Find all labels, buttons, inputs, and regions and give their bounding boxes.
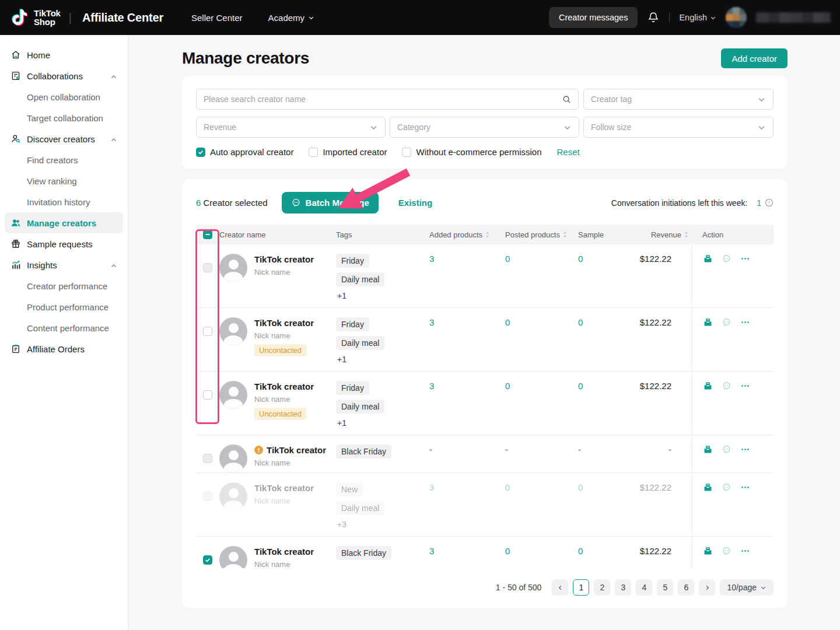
column-header-added[interactable]: Added products (429, 230, 505, 239)
more-tags[interactable]: +1 (336, 291, 346, 300)
chat-bubble-icon[interactable] (722, 381, 732, 391)
row-checkbox[interactable] (203, 454, 212, 463)
page-button-2[interactable]: 2 (594, 579, 610, 596)
revenue-value: $122.22 (631, 244, 692, 264)
checkbox[interactable] (309, 148, 318, 157)
add-creator-button[interactable]: Add creator (721, 48, 788, 68)
chat-bubble-icon[interactable] (722, 317, 732, 327)
more-actions-icon[interactable] (740, 482, 750, 492)
more-actions-icon[interactable] (740, 444, 750, 454)
next-page-button[interactable] (699, 579, 715, 596)
more-actions-icon[interactable] (740, 317, 750, 327)
nav-seller-center[interactable]: Seller Center (191, 13, 243, 23)
invite-message-icon[interactable] (703, 444, 713, 454)
filter-checkbox-imported-creator[interactable]: Imported creator (309, 147, 387, 157)
row-checkbox[interactable] (203, 263, 212, 272)
chat-bubble-icon[interactable] (722, 444, 732, 454)
revenue-select[interactable]: Revenue (196, 117, 386, 138)
sidebar-item-view-ranking[interactable]: View ranking (5, 170, 123, 191)
sidebar-item-creator-performance[interactable]: Creator performance (5, 275, 123, 296)
page-size-select[interactable]: 10/page (720, 579, 774, 596)
checkbox[interactable] (402, 148, 411, 157)
uncontacted-badge: Uncontacted (254, 344, 306, 356)
chat-bubble-icon[interactable] (722, 254, 732, 264)
user-avatar[interactable] (726, 7, 747, 28)
chat-bubble-icon[interactable] (722, 482, 732, 492)
column-header-name: Creator name (219, 230, 336, 239)
creator-name[interactable]: !TikTok creator (254, 445, 326, 455)
sidebar-item-invitation-history[interactable]: Invitation history (5, 191, 123, 212)
chevron-up-icon[interactable] (110, 135, 117, 142)
follow-size-select[interactable]: Follow size (583, 117, 774, 138)
invite-message-icon[interactable] (703, 546, 713, 556)
page-button-6[interactable]: 6 (678, 579, 694, 596)
page-button-5[interactable]: 5 (657, 579, 673, 596)
page-button-3[interactable]: 3 (615, 579, 631, 596)
prev-page-button[interactable] (552, 579, 568, 596)
page-button-4[interactable]: 4 (636, 579, 652, 596)
sidebar-item-product-performance[interactable]: Product performance (5, 296, 123, 317)
sidebar-item-discover-creators[interactable]: Discover creators (5, 128, 123, 149)
filter-checkbox-auto-approval-creator[interactable]: Auto approval creator (196, 147, 293, 157)
invite-message-icon[interactable] (703, 254, 713, 264)
row-checkbox[interactable] (203, 390, 212, 400)
sidebar-item-open-collaboration[interactable]: Open collaboration (5, 86, 123, 107)
creator-tag-select[interactable]: Creator tag (583, 89, 774, 110)
filter-checkbox-without-e-commerce-permission[interactable]: Without e-commerce permission (402, 147, 541, 157)
chevron-up-icon[interactable] (110, 72, 117, 79)
row-checkbox[interactable] (203, 492, 212, 501)
existing-tab[interactable]: Existing (398, 198, 432, 208)
invite-message-icon[interactable] (703, 317, 713, 327)
more-actions-icon[interactable] (740, 254, 750, 264)
creator-name[interactable]: TikTok creator (254, 318, 314, 328)
tags-cell: FridayDaily meal +1 (336, 244, 429, 307)
more-actions-icon[interactable] (740, 546, 750, 556)
language-selector[interactable]: English (679, 13, 716, 22)
creator-name[interactable]: TikTok creator (254, 547, 314, 556)
sidebar-item-insights[interactable]: Insights (5, 254, 123, 275)
chat-bubble-icon[interactable] (722, 546, 732, 556)
reset-filters-link[interactable]: Reset (557, 147, 580, 157)
chevron-down-icon (563, 123, 572, 132)
sort-icon[interactable] (684, 230, 689, 239)
sidebar-item-sample-requests[interactable]: Sample requests (5, 233, 123, 254)
help-icon[interactable]: ? (765, 198, 774, 207)
search-input[interactable]: Please search creator name (196, 89, 579, 110)
sample-value: 0 (578, 244, 631, 264)
creator-name[interactable]: TikTok creator (254, 382, 314, 391)
invite-message-icon[interactable] (703, 381, 713, 391)
invite-message-icon[interactable] (703, 482, 713, 492)
row-checkbox[interactable] (203, 555, 212, 565)
more-tags[interactable]: +3 (336, 520, 346, 529)
sidebar-item-collaborations[interactable]: Collaborations (5, 65, 123, 86)
sort-icon[interactable] (562, 230, 568, 239)
more-actions-icon[interactable] (740, 381, 750, 391)
chevron-down-icon (757, 123, 766, 132)
sort-icon[interactable] (485, 230, 490, 239)
more-tags[interactable]: +1 (336, 418, 346, 428)
more-tags[interactable]: +1 (336, 355, 346, 364)
search-icon[interactable] (562, 95, 571, 104)
chevron-up-icon[interactable] (110, 261, 117, 268)
category-select[interactable]: Category (390, 117, 579, 138)
tiktok-shop-logo[interactable]: TikTok Shop (9, 8, 61, 27)
bell-icon[interactable] (647, 11, 660, 24)
sidebar-item-manage-creators[interactable]: Manage creators (5, 212, 123, 233)
creator-messages-button[interactable]: Creator messages (549, 7, 638, 28)
sidebar-item-affiliate-orders[interactable]: Affiliate Orders (5, 338, 123, 359)
posted-products-value: 0 (505, 308, 578, 327)
page-button-1[interactable]: 1 (573, 579, 589, 596)
nav-academy[interactable]: Academy (268, 13, 315, 23)
creator-name[interactable]: TikTok creator (254, 483, 314, 493)
column-header-posted[interactable]: Posted products (505, 230, 578, 239)
sidebar-item-find-creators[interactable]: Find creators (5, 149, 123, 170)
sidebar-item-target-collaboration[interactable]: Target collaboration (5, 107, 123, 128)
select-all-checkbox[interactable] (203, 230, 212, 239)
sidebar-item-home[interactable]: Home (5, 44, 123, 65)
batch-message-button[interactable]: Batch Message (282, 192, 379, 214)
column-header-revenue[interactable]: Revenue (631, 230, 692, 239)
checkbox[interactable] (196, 148, 205, 157)
creator-name[interactable]: TikTok creator (254, 254, 314, 264)
row-checkbox[interactable] (203, 327, 212, 336)
sidebar-item-content-performance[interactable]: Content performance (5, 317, 123, 338)
